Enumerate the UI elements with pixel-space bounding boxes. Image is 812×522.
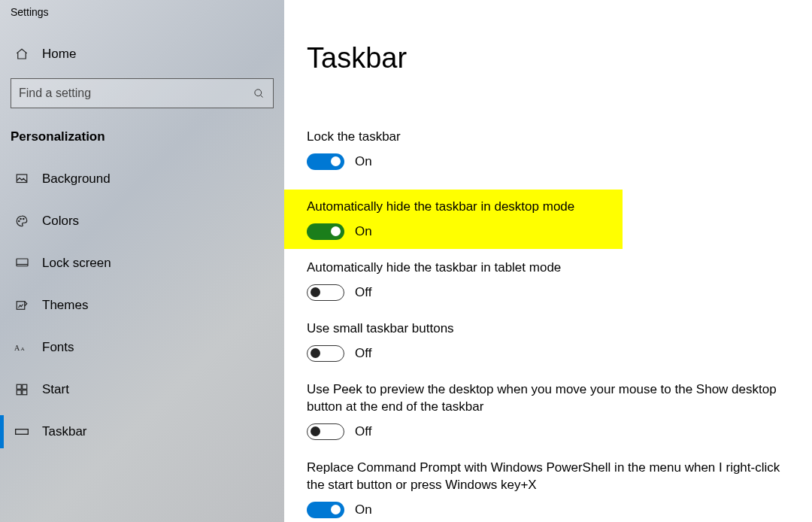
- svg-text:A: A: [14, 344, 20, 352]
- svg-rect-9: [17, 384, 21, 389]
- setting-label: Lock the taskbar: [307, 129, 788, 146]
- sidebar-item-label: Colors: [42, 214, 79, 229]
- sidebar-item-label: Start: [42, 382, 69, 397]
- search-field[interactable]: [19, 86, 252, 100]
- start-icon: [14, 383, 30, 396]
- svg-rect-10: [23, 384, 27, 389]
- toggle-state: Off: [355, 285, 371, 300]
- setting-label: Automatically hide the taskbar in tablet…: [307, 259, 788, 277]
- toggle-lock-taskbar[interactable]: [307, 153, 344, 170]
- lockscreen-icon: [14, 256, 30, 270]
- svg-point-3: [20, 218, 22, 220]
- toggle-state: Off: [355, 424, 371, 439]
- setting-small-buttons: Use small taskbar buttons Off: [307, 320, 789, 362]
- setting-autohide-desktop: Automatically hide the taskbar in deskto…: [284, 190, 623, 249]
- svg-rect-5: [17, 259, 28, 266]
- sidebar-item-label: Lock screen: [42, 256, 111, 271]
- themes-icon: [14, 299, 30, 312]
- toggle-powershell[interactable]: [307, 502, 344, 518]
- page-title: Taskbar: [307, 42, 789, 74]
- sidebar-item-label: Background: [42, 171, 111, 187]
- svg-point-4: [23, 218, 25, 220]
- search-wrap: [11, 78, 274, 108]
- sidebar-item-label: Themes: [42, 298, 88, 313]
- toggle-state: Off: [355, 346, 371, 361]
- setting-label: Replace Command Prompt with Windows Powe…: [307, 460, 788, 494]
- toggle-use-peek[interactable]: [307, 423, 344, 440]
- sidebar-item-label: Taskbar: [42, 424, 87, 439]
- svg-rect-12: [23, 390, 27, 395]
- section-label: Personalization: [0, 123, 284, 158]
- taskbar-icon: [14, 426, 30, 437]
- toggle-state: On: [355, 502, 372, 517]
- sidebar-item-fonts[interactable]: AA Fonts: [0, 326, 284, 369]
- setting-powershell: Replace Command Prompt with Windows Powe…: [307, 460, 789, 518]
- toggle-autohide-tablet[interactable]: [307, 284, 344, 301]
- toggle-autohide-desktop[interactable]: [307, 223, 344, 240]
- background-icon: [14, 172, 30, 186]
- sidebar-item-themes[interactable]: Themes: [0, 284, 284, 326]
- svg-point-0: [254, 89, 261, 96]
- fonts-icon: AA: [14, 341, 30, 354]
- setting-autohide-tablet: Automatically hide the taskbar in tablet…: [307, 259, 789, 301]
- svg-rect-11: [17, 390, 21, 395]
- sidebar-item-label: Fonts: [42, 340, 74, 355]
- sidebar-item-taskbar[interactable]: Taskbar: [0, 411, 284, 453]
- svg-rect-13: [16, 429, 29, 435]
- search-input[interactable]: [11, 78, 274, 108]
- nav-home[interactable]: Home: [0, 33, 284, 75]
- setting-use-peek: Use Peek to preview the desktop when you…: [307, 381, 789, 440]
- svg-point-2: [19, 220, 20, 222]
- toggle-state: On: [355, 154, 372, 169]
- sidebar: Settings Home Personalization Background…: [0, 0, 284, 522]
- search-icon: [252, 88, 265, 99]
- nav-home-label: Home: [42, 47, 76, 62]
- colors-icon: [14, 214, 30, 228]
- setting-label: Use Peek to preview the desktop when you…: [307, 381, 788, 416]
- window-title: Settings: [0, 0, 284, 33]
- toggle-state: On: [355, 224, 372, 239]
- main-content: Taskbar Lock the taskbar On Automaticall…: [284, 0, 812, 522]
- svg-text:A: A: [21, 346, 26, 352]
- setting-lock-taskbar: Lock the taskbar On: [307, 129, 789, 170]
- svg-rect-1: [17, 175, 27, 183]
- setting-label: Automatically hide the taskbar in deskto…: [307, 199, 600, 216]
- setting-label: Use small taskbar buttons: [307, 320, 788, 338]
- sidebar-item-lockscreen[interactable]: Lock screen: [0, 242, 284, 284]
- home-icon: [14, 47, 30, 61]
- sidebar-item-start[interactable]: Start: [0, 369, 284, 411]
- toggle-small-buttons[interactable]: [307, 345, 344, 362]
- sidebar-item-background[interactable]: Background: [0, 158, 284, 200]
- sidebar-item-colors[interactable]: Colors: [0, 200, 284, 242]
